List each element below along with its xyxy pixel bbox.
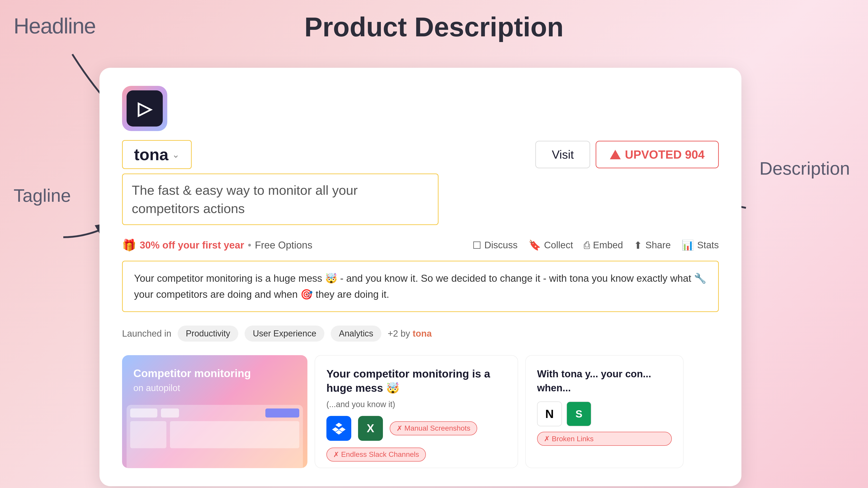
logo-icon: ▷ [138, 98, 152, 119]
product-name: tona [134, 145, 168, 164]
preview-card-1-subtitle: on autopilot [133, 383, 296, 393]
headline-label: Headline [13, 13, 96, 38]
preview-card-1-mock [127, 405, 303, 468]
tagline-text: The fast & easy way to monitor all your … [132, 181, 429, 218]
launched-label: Launched in [122, 328, 171, 339]
action-buttons: Visit UPVOTED 904 [535, 141, 719, 168]
tags-row: Launched in Productivity User Experience… [122, 326, 719, 341]
dropdown-icon[interactable]: ⌄ [172, 149, 180, 160]
preview-card-3: With tona y... your con... when... N S ✗… [525, 355, 684, 468]
tags-more: +2 by tona [388, 328, 432, 339]
preview-card-2: Your competitor monitoring is a huge mes… [315, 355, 518, 468]
toolbar-row: 🎁 30% off your first year • Free Options… [122, 238, 719, 252]
visit-button[interactable]: Visit [535, 141, 590, 168]
preview-icons: X ✗ Manual Screenshots ✗ Endless Slack C… [327, 416, 506, 462]
embed-button[interactable]: ⎙ Embed [584, 239, 623, 251]
promo-badge: 🎁 30% off your first year • Free Options [122, 238, 312, 252]
collect-icon: 🔖 [528, 239, 541, 251]
product-name-box: tona ⌄ [122, 140, 192, 169]
tagline-label: Tagline [13, 185, 71, 206]
tag-ux[interactable]: User Experience [245, 326, 324, 341]
preview-row: Competitor monitoring on autopilot Your … [122, 355, 719, 468]
page-title: Product Description [305, 11, 564, 42]
description-text: Your competitor monitoring is a huge mes… [134, 270, 707, 302]
discuss-button[interactable]: ☐ Discuss [472, 239, 518, 251]
product-card: ▷ tona ⌄ Visit UPVOTED 904 The fast & ea… [99, 68, 741, 486]
collect-label: Collect [544, 240, 573, 251]
promo-text: 30% off your first year [140, 239, 244, 251]
tag-author[interactable]: tona [412, 328, 432, 338]
logo-area: ▷ [122, 86, 719, 131]
share-label: Share [645, 240, 671, 251]
preview-card-1: Competitor monitoring on autopilot [122, 355, 307, 468]
logo-inner: ▷ [127, 90, 163, 127]
stats-button[interactable]: 📊 Stats [682, 239, 719, 251]
notion-icons: N S [537, 401, 672, 426]
badge-slack-channels: ✗ Endless Slack Channels [327, 448, 426, 462]
upvote-icon [610, 150, 621, 159]
tag-productivity[interactable]: Productivity [178, 326, 238, 341]
promo-separator: • [248, 239, 251, 251]
notion-icon: N [537, 401, 562, 426]
logo-wrapper: ▷ [122, 86, 167, 131]
broken-links-badge: ✗ Broken Links [537, 432, 672, 446]
preview-card-1-title: Competitor monitoring [133, 366, 296, 381]
preview-card-3-title: With tona y... your con... when... [537, 367, 672, 395]
dropbox-icon [327, 416, 351, 441]
badge-manual-screenshots: ✗ Manual Screenshots [390, 421, 477, 435]
share-button[interactable]: ⬆ Share [634, 239, 671, 251]
upvote-button[interactable]: UPVOTED 904 [596, 141, 719, 168]
discuss-label: Discuss [485, 240, 518, 251]
preview-card-2-title: Your competitor monitoring is a huge mes… [327, 367, 506, 395]
toolbar-actions: ☐ Discuss 🔖 Collect ⎙ Embed ⬆ Share 📊 St… [472, 239, 719, 251]
embed-icon: ⎙ [584, 239, 590, 251]
excel-icon: X [358, 416, 383, 441]
product-name-row: tona ⌄ Visit UPVOTED 904 [122, 140, 719, 169]
collect-button[interactable]: 🔖 Collect [528, 239, 573, 251]
description-label: Description [760, 158, 850, 179]
discuss-icon: ☐ [472, 239, 481, 251]
share-icon: ⬆ [634, 239, 642, 251]
stats-label: Stats [697, 240, 719, 251]
description-box: Your competitor monitoring is a huge mes… [122, 261, 719, 312]
tag-analytics[interactable]: Analytics [331, 326, 381, 341]
stats-icon: 📊 [682, 239, 694, 251]
gift-icon: 🎁 [122, 238, 136, 252]
promo-free: Free Options [255, 239, 312, 251]
upvote-label: UPVOTED 904 [625, 148, 705, 161]
embed-label: Embed [593, 240, 623, 251]
sheets-icon: S [566, 401, 591, 426]
tagline-box: The fast & easy way to monitor all your … [122, 173, 438, 225]
preview-card-2-sub: (...and you know it) [327, 400, 506, 409]
